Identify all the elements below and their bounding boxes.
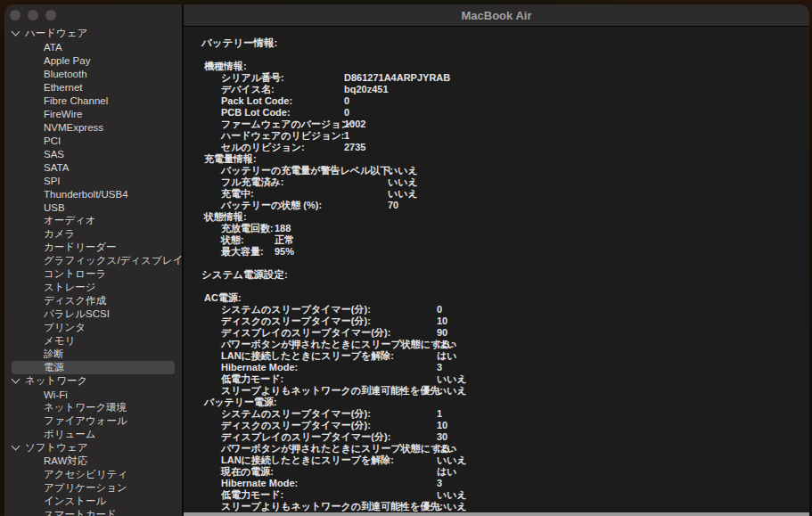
- sidebar-item-label: SPI: [44, 176, 61, 186]
- sidebar-item[interactable]: コントローラ: [4, 267, 182, 281]
- report-row-label: システムのスリープタイマー(分):: [221, 408, 371, 419]
- sidebar-item[interactable]: パラレルSCSI: [4, 307, 182, 321]
- report-row: デバイス名:bq20z451: [184, 84, 809, 95]
- sidebar-item[interactable]: アプリケーション: [4, 481, 182, 495]
- report-row-label: ディスクのスリープタイマー(分):: [221, 315, 371, 326]
- window-bottom-edge: [184, 512, 809, 516]
- sidebar-item[interactable]: Bluetooth: [4, 67, 182, 80]
- sidebar-item[interactable]: カメラ: [4, 227, 182, 241]
- report-row-value: 95%: [275, 246, 294, 258]
- report-row: セルのリビジョン:2735: [184, 142, 809, 153]
- sidebar: ハードウェアATAApple PayBluetoothEthernetFibre…: [4, 4, 184, 516]
- report-row-value: いいえ: [388, 165, 418, 176]
- report-row-label: 低電力モード:: [221, 489, 283, 500]
- sidebar-item[interactable]: オーディオ: [4, 214, 182, 227]
- sidebar-item-label: Apple Pay: [44, 55, 90, 66]
- close-button-icon[interactable]: [10, 10, 21, 20]
- report-header-text: 機種情報:: [204, 61, 247, 71]
- report-row-label: 充放電回数:: [221, 223, 274, 233]
- sidebar-item-label: USB: [44, 202, 65, 213]
- sidebar-item-label: PCI: [44, 135, 61, 146]
- sidebar-item[interactable]: ATA: [4, 40, 182, 53]
- report-row: シリアル番号:D861271A4ARPJYRAB: [184, 72, 809, 84]
- sidebar-item-label: NVMExpress: [44, 122, 103, 133]
- titlebar[interactable]: MacBook Air: [184, 4, 809, 27]
- sidebar-item[interactable]: インストール: [4, 495, 182, 508]
- report-row-label: デバイス名:: [221, 84, 275, 94]
- report-row: 最大容量:95%: [184, 246, 809, 258]
- sidebar-item[interactable]: Thunderbolt/USB4: [4, 187, 182, 201]
- sidebar-item[interactable]: グラフィックス/ディスプレイ: [4, 254, 182, 267]
- report-row-value: 1: [344, 130, 349, 142]
- report-row-label: セルのリビジョン:: [221, 142, 305, 152]
- sidebar-item[interactable]: ストレージ: [4, 281, 182, 294]
- sidebar-item[interactable]: ボリューム: [4, 428, 182, 441]
- report-header-text: システム電源設定:: [201, 269, 288, 280]
- report-row: フル充電済み:いいえ: [184, 176, 809, 188]
- sidebar-item-label: ネットワーク環境: [44, 401, 127, 414]
- sidebar-item[interactable]: プリンタ: [4, 321, 182, 334]
- minimize-button-icon[interactable]: [28, 10, 38, 20]
- report-row-value: はい: [437, 466, 457, 478]
- sidebar-item[interactable]: Wi-Fi: [4, 388, 182, 401]
- sidebar-item-highlight: [12, 53, 175, 67]
- sidebar-item[interactable]: ディスク作成: [4, 294, 182, 307]
- sidebar-item[interactable]: Ethernet: [4, 80, 182, 94]
- sidebar-item[interactable]: PCI: [4, 134, 182, 147]
- report-row: システムのスリープタイマー(分):1: [184, 408, 809, 420]
- chevron-down-icon[interactable]: [12, 375, 21, 384]
- sidebar-item-label: アクセシビリティ: [44, 468, 127, 481]
- report-row-label: パワーボタンが押されたときにスリープ状態にする:: [221, 443, 454, 454]
- report-row: 低電力モード:いいえ: [184, 373, 809, 385]
- sidebar-item[interactable]: SATA: [4, 160, 182, 174]
- sidebar-item[interactable]: Apple Pay: [4, 53, 182, 67]
- chevron-down-icon[interactable]: [12, 442, 21, 451]
- report-row-value: 188: [275, 223, 291, 234]
- report-row: Hibernate Mode:3: [184, 478, 809, 489]
- sidebar-section-header[interactable]: ハードウェア: [4, 27, 182, 40]
- report-row-value: 3: [437, 478, 442, 489]
- sidebar-item[interactable]: ネットワーク環境: [4, 401, 182, 414]
- report-row-label: ハードウェアのリビジョン:: [221, 130, 345, 141]
- sidebar-item-highlight: [12, 134, 175, 147]
- sidebar-item[interactable]: RAW対応: [4, 455, 182, 468]
- sidebar-item-highlight: [12, 40, 175, 53]
- report-row-value: はい: [437, 339, 457, 350]
- sidebar-item[interactable]: SAS: [4, 147, 182, 160]
- sidebar-item-highlight: [12, 201, 175, 214]
- sidebar-item[interactable]: スマートカード: [4, 508, 182, 516]
- sidebar-item[interactable]: メモリ: [4, 334, 182, 348]
- report-row-label: シリアル番号:: [221, 72, 284, 83]
- sidebar-item[interactable]: 電源: [4, 361, 182, 374]
- sidebar-item-label: Thunderbolt/USB4: [44, 189, 128, 200]
- sidebar-item[interactable]: SPI: [4, 174, 182, 187]
- report-row: スリープよりもネットワークの到達可能性を優先:いいえ: [184, 385, 809, 397]
- sidebar-item[interactable]: FireWire: [4, 107, 182, 120]
- sidebar-item[interactable]: ファイアウォール: [4, 414, 182, 428]
- report-section-header: AC電源:: [184, 292, 809, 304]
- sidebar-item[interactable]: アクセシビリティ: [4, 468, 182, 481]
- report-row-label: ディスプレイのスリープタイマー(分):: [221, 431, 390, 442]
- sidebar-section-label: ハードウェア: [25, 27, 87, 40]
- sidebar-item[interactable]: 診断: [4, 348, 182, 361]
- report-row-label: 低電力モード:: [221, 373, 283, 384]
- chevron-down-icon[interactable]: [12, 28, 21, 37]
- report-header-text: 状態情報:: [204, 211, 247, 222]
- sidebar-item-label: RAW対応: [44, 455, 87, 468]
- sidebar-section-header[interactable]: ネットワーク: [4, 374, 182, 388]
- zoom-button-icon[interactable]: [45, 10, 56, 20]
- sidebar-item-highlight: [12, 147, 175, 160]
- report-row-value: いいえ: [388, 176, 418, 188]
- report-row-label: スリープよりもネットワークの到達可能性を優先:: [221, 385, 443, 396]
- report-section-header: システム電源設定:: [184, 269, 809, 281]
- sidebar-item[interactable]: NVMExpress: [4, 120, 182, 134]
- sidebar-item-label: ボリューム: [44, 428, 96, 441]
- sidebar-item-label: 電源: [44, 361, 64, 374]
- sidebar-section-header[interactable]: ソフトウェア: [4, 441, 182, 455]
- sidebar-item[interactable]: カードリーダー: [4, 241, 182, 254]
- sidebar-item[interactable]: Fibre Channel: [4, 94, 182, 107]
- report-row-value: はい: [437, 350, 457, 362]
- sidebar-item[interactable]: USB: [4, 201, 182, 214]
- window-controls: [10, 10, 56, 20]
- sidebar-item-label: Bluetooth: [44, 69, 87, 79]
